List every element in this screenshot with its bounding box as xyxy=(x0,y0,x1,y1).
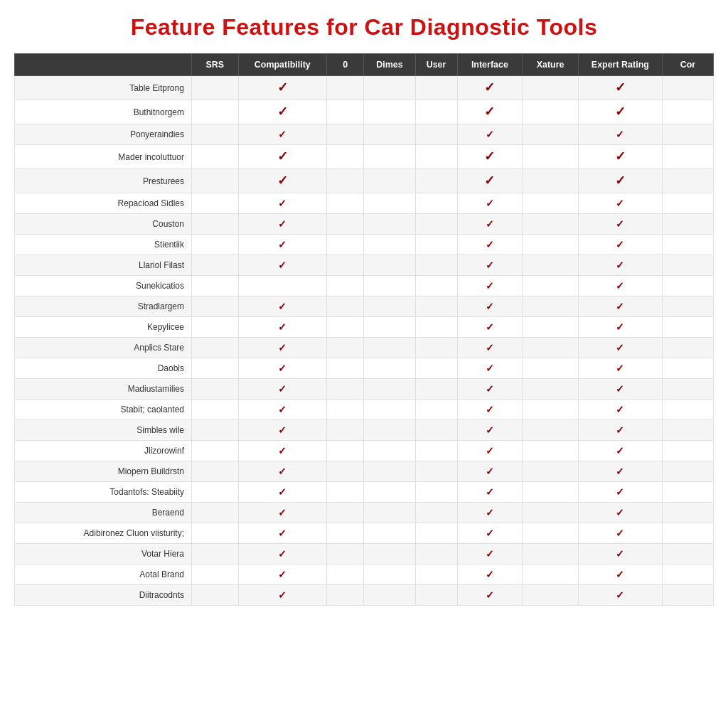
dimes-check xyxy=(364,544,415,564)
expert-check: ✓ xyxy=(578,169,662,193)
srs-check xyxy=(192,482,239,503)
interface-check: ✓ xyxy=(457,400,523,420)
cor-check xyxy=(662,544,713,564)
table-row: Beraend✓✓✓ xyxy=(15,503,714,523)
interface-check: ✓ xyxy=(457,100,523,124)
cor-check xyxy=(662,564,713,585)
interface-check: ✓ xyxy=(457,124,523,145)
cor-check xyxy=(662,585,713,606)
interface-check: ✓ xyxy=(457,317,523,338)
expert-check: ✓ xyxy=(578,124,662,145)
compat-check xyxy=(238,276,327,296)
dimes-check xyxy=(364,400,415,420)
compat-check: ✓ xyxy=(238,461,327,482)
cor-check xyxy=(662,214,713,235)
feature-name: Votar Hiera xyxy=(15,544,192,564)
xature-check xyxy=(523,585,579,606)
cor-check xyxy=(662,482,713,503)
cor-check xyxy=(662,523,713,544)
o-check xyxy=(327,523,364,544)
dimes-check xyxy=(364,235,415,255)
expert-check: ✓ xyxy=(578,193,662,214)
o-check xyxy=(327,317,364,338)
expert-check: ✓ xyxy=(578,276,662,296)
o-check xyxy=(327,400,364,420)
expert-check: ✓ xyxy=(578,379,662,400)
column-header-0: 0 xyxy=(327,54,364,76)
interface-check: ✓ xyxy=(457,145,523,169)
table-row: Kepylicee✓✓✓ xyxy=(15,317,714,338)
column-header-xature: Xature xyxy=(523,54,579,76)
cor-check xyxy=(662,420,713,441)
cor-check xyxy=(662,400,713,420)
expert-check: ✓ xyxy=(578,338,662,358)
xature-check xyxy=(523,400,579,420)
expert-check: ✓ xyxy=(578,358,662,379)
expert-check: ✓ xyxy=(578,255,662,276)
compat-check: ✓ xyxy=(238,255,327,276)
o-check xyxy=(327,214,364,235)
user-check xyxy=(415,100,457,124)
srs-check xyxy=(192,296,239,317)
xature-check xyxy=(523,461,579,482)
o-check xyxy=(327,169,364,193)
expert-check: ✓ xyxy=(578,420,662,441)
xature-check xyxy=(523,169,579,193)
srs-check xyxy=(192,124,239,145)
user-check xyxy=(415,358,457,379)
compat-check: ✓ xyxy=(238,358,327,379)
user-check xyxy=(415,76,457,100)
compat-check: ✓ xyxy=(238,214,327,235)
cor-check xyxy=(662,255,713,276)
compat-check: ✓ xyxy=(238,564,327,585)
interface-check: ✓ xyxy=(457,420,523,441)
expert-check: ✓ xyxy=(578,317,662,338)
xature-check xyxy=(523,420,579,441)
cor-check xyxy=(662,124,713,145)
feature-name: Sunekicatios xyxy=(15,276,192,296)
xature-check xyxy=(523,317,579,338)
dimes-check xyxy=(364,503,415,523)
compat-check: ✓ xyxy=(238,193,327,214)
table-row: Mader incoluttuor✓✓✓ xyxy=(15,145,714,169)
dimes-check xyxy=(364,255,415,276)
column-header-compatibility: Compatibility xyxy=(238,54,327,76)
feature-name: Todantofs: Steabiity xyxy=(15,482,192,503)
compat-check: ✓ xyxy=(238,400,327,420)
xature-check xyxy=(523,100,579,124)
srs-check xyxy=(192,564,239,585)
interface-check: ✓ xyxy=(457,544,523,564)
user-check xyxy=(415,145,457,169)
table-row: Stientiik✓✓✓ xyxy=(15,235,714,255)
srs-check xyxy=(192,317,239,338)
user-check xyxy=(415,564,457,585)
expert-check: ✓ xyxy=(578,296,662,317)
srs-check xyxy=(192,420,239,441)
o-check xyxy=(327,585,364,606)
cor-check xyxy=(662,461,713,482)
table-row: Couston✓✓✓ xyxy=(15,214,714,235)
srs-check xyxy=(192,503,239,523)
compat-check: ✓ xyxy=(238,100,327,124)
srs-check xyxy=(192,338,239,358)
o-check xyxy=(327,503,364,523)
feature-name: Madiustamilies xyxy=(15,379,192,400)
interface-check: ✓ xyxy=(457,193,523,214)
srs-check xyxy=(192,193,239,214)
xature-check xyxy=(523,338,579,358)
interface-check: ✓ xyxy=(457,296,523,317)
srs-check xyxy=(192,76,239,100)
dimes-check xyxy=(364,214,415,235)
compat-check: ✓ xyxy=(238,585,327,606)
xature-check xyxy=(523,379,579,400)
xature-check xyxy=(523,358,579,379)
user-check xyxy=(415,235,457,255)
o-check xyxy=(327,276,364,296)
feature-name: Anplics Stare xyxy=(15,338,192,358)
o-check xyxy=(327,461,364,482)
user-check xyxy=(415,124,457,145)
xature-check xyxy=(523,564,579,585)
user-check xyxy=(415,544,457,564)
user-check xyxy=(415,379,457,400)
interface-check: ✓ xyxy=(457,461,523,482)
